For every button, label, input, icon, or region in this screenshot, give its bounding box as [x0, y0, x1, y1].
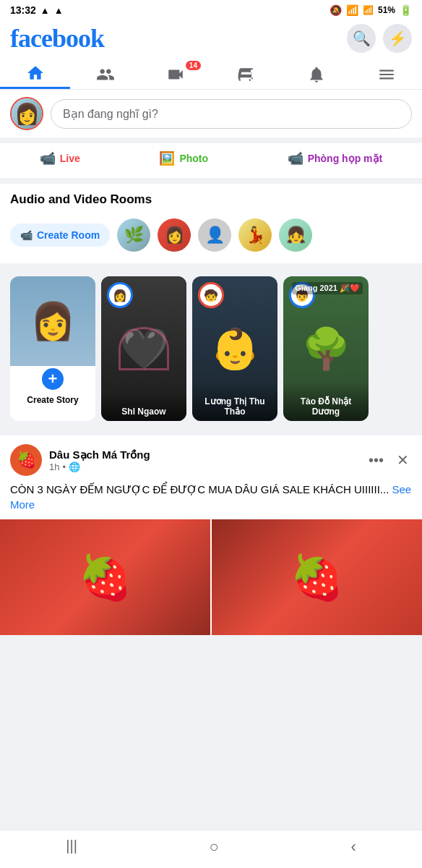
story-card-create[interactable]: 👩 Create Story +: [10, 276, 95, 421]
nav-item-menu[interactable]: [352, 58, 422, 89]
user-avatar[interactable]: 👩: [10, 97, 43, 130]
post-author-name: Dâu Sạch Má Trồng: [49, 448, 358, 461]
create-room-label: Create Room: [37, 229, 100, 241]
header-icons: 🔍 ⚡: [347, 24, 412, 53]
messenger-button[interactable]: ⚡: [383, 24, 412, 53]
mute-icon: 🔕: [330, 4, 342, 16]
post-actions-bar: 📹 Live 🖼️ Photo 📹 Phòng họp mặt: [0, 143, 422, 184]
post-image-1[interactable]: 🍓: [0, 519, 210, 635]
post-text-content: CÒN 3 NGÀY ĐẾM NGƯỢC ĐỂ ĐƯỢC MUA DÂU GIÁ…: [0, 482, 422, 519]
room-avatar-5[interactable]: 👧: [279, 218, 312, 252]
post-privacy-separator: •: [62, 461, 66, 472]
room-avatar-1[interactable]: 🌿: [117, 218, 150, 252]
create-story-label: Create Story: [27, 395, 78, 405]
photo-button[interactable]: 🖼️ Photo: [150, 146, 217, 171]
status-right: 🔕 📶 📶 51% 🔋: [330, 4, 412, 16]
story-card-luong[interactable]: 👶 🧒 Lương Thị Thu Thảo: [192, 276, 277, 421]
audio-video-section-header: Audio and Video Rooms: [0, 184, 422, 213]
user-avatar-image: 👩: [12, 98, 42, 129]
post-image-2[interactable]: 🍓: [212, 519, 422, 635]
post-author-avatar[interactable]: 🍓: [10, 444, 42, 476]
bottom-nav-back[interactable]: ‹: [350, 838, 356, 856]
create-room-button[interactable]: 📹 Create Room: [10, 224, 110, 247]
post-close-button[interactable]: ✕: [394, 448, 412, 472]
wifi-icon: 📶: [346, 4, 358, 16]
battery-text: 51%: [378, 5, 395, 15]
rooms-row: 📹 Create Room 🌿 👩 👤 💃 👧: [0, 213, 422, 269]
battery-icon: 🔋: [400, 4, 412, 16]
alert-icon-1: ▲: [40, 5, 50, 16]
post-images: 🍓 🍓: [0, 519, 422, 635]
stories-section: 👩 Create Story + 🖤 👩 Shl Ngaow 👶: [0, 269, 422, 435]
bottom-nav: ||| ○ ‹: [0, 830, 422, 868]
story-label-tao: Tào Đỗ Nhật Dương: [283, 382, 369, 421]
story-label-shl: Shl Ngaow: [101, 392, 186, 421]
story-avatar-luong: 🧒: [198, 282, 224, 308]
notification-icon: [307, 65, 326, 84]
stories-row: 👩 Create Story + 🖤 👩 Shl Ngaow 👶: [0, 269, 422, 428]
story-avatar-shl: 👩: [107, 282, 133, 308]
post-header: 🍓 Dâu Sạch Má Trồng 1h • 🌐 ••• ✕: [0, 435, 422, 482]
alert-icon-2: ▲: [54, 5, 64, 16]
status-left: 13:32 ▲ ▲: [10, 4, 64, 16]
post-meta: Dâu Sạch Má Trồng 1h • 🌐: [49, 448, 358, 472]
live-icon: 📹: [40, 150, 56, 166]
room-avatar-4[interactable]: 💃: [238, 218, 272, 252]
post-card: 🍓 Dâu Sạch Má Trồng 1h • 🌐 ••• ✕ CÒN 3 N…: [0, 435, 422, 635]
live-button[interactable]: 📹 Live: [31, 146, 89, 171]
post-privacy-icon: 🌐: [69, 461, 80, 472]
search-icon: 🔍: [353, 30, 371, 47]
story-tag: Giang 2021 🎉❤️: [292, 282, 363, 294]
bottom-nav-home[interactable]: ○: [209, 838, 218, 856]
post-input-button[interactable]: Bạn đang nghĩ gì?: [51, 99, 412, 129]
nav-item-friends[interactable]: [70, 58, 140, 89]
post-box: 👩 Bạn đang nghĩ gì?: [0, 90, 422, 143]
menu-icon: [377, 65, 396, 84]
friends-icon: [96, 65, 115, 84]
signal-icon: 📶: [363, 5, 374, 15]
room-icon: 📹: [288, 150, 303, 166]
room-label: Phòng họp mặt: [308, 153, 383, 164]
photo-label: Photo: [179, 153, 208, 164]
post-options-button[interactable]: •••: [366, 449, 387, 472]
story-card-shl[interactable]: 🖤 👩 Shl Ngaow: [101, 276, 186, 421]
room-avatar-2[interactable]: 👩: [158, 218, 191, 252]
watch-badge: 14: [186, 61, 201, 70]
status-bar: 13:32 ▲ ▲ 🔕 📶 📶 51% 🔋: [0, 0, 422, 20]
story-card-tao[interactable]: 🌳 👦 Giang 2021 🎉❤️ Tào Đỗ Nhật Dương: [283, 276, 369, 421]
nav-item-notifications[interactable]: [281, 58, 351, 89]
create-room-icon: 📹: [20, 229, 33, 241]
nav-item-marketplace[interactable]: [211, 58, 281, 89]
bottom-nav-recent-apps[interactable]: |||: [66, 838, 77, 856]
nav-item-watch[interactable]: 14: [141, 58, 211, 89]
story-label-luong: Lương Thị Thu Thảo: [192, 382, 277, 421]
post-text-main: CÒN 3 NGÀY ĐẾM NGƯỢC ĐỂ ĐƯỢC MUA DÂU GIÁ…: [10, 483, 389, 495]
messenger-icon: ⚡: [389, 30, 407, 47]
nav-bar: 14: [0, 58, 422, 90]
watch-icon: [166, 65, 185, 84]
room-button[interactable]: 📹 Phòng họp mặt: [279, 146, 392, 171]
facebook-logo: facebook: [10, 23, 104, 54]
home-icon: [26, 64, 45, 82]
search-button[interactable]: 🔍: [347, 24, 376, 53]
create-story-add-icon: +: [40, 366, 66, 392]
app-header: facebook 🔍 ⚡: [0, 20, 422, 58]
post-time: 1h • 🌐: [49, 461, 358, 472]
audio-video-title: Audio and Video Rooms: [10, 192, 152, 206]
post-header-actions: ••• ✕: [366, 448, 412, 472]
photo-icon: 🖼️: [159, 150, 175, 166]
live-label: Live: [60, 153, 80, 164]
nav-item-home[interactable]: [0, 58, 70, 89]
room-avatar-3[interactable]: 👤: [198, 218, 231, 252]
post-time-value: 1h: [49, 461, 59, 472]
marketplace-icon: [237, 65, 256, 84]
status-time: 13:32: [10, 4, 36, 16]
